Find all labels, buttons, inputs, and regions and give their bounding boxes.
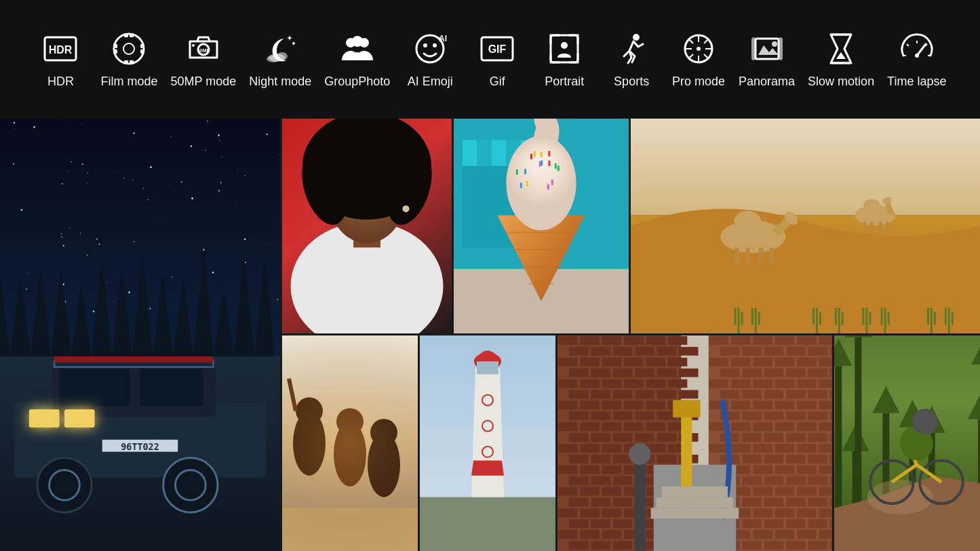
svg-rect-10 [124,60,128,64]
photo-woman [282,119,452,333]
photo-biker [834,335,980,551]
svg-text:50MP: 50MP [197,48,210,53]
slow-motion-icon [822,30,860,68]
time-lapse-icon [898,30,936,68]
svg-point-2 [114,34,144,64]
nav-item-time-lapse[interactable]: Time lapse [887,30,946,89]
gif-icon: GIF [478,30,516,68]
nav-item-panorama[interactable]: Panorama [739,30,795,89]
svg-rect-5 [113,49,117,54]
svg-text:GIF: GIF [488,43,507,55]
nav-item-slow-motion[interactable]: Slow motion [808,30,874,89]
nav-item-hdr[interactable]: HDR HDR [33,30,87,89]
nav-label-sports: Sports [614,75,649,89]
svg-line-39 [704,39,709,43]
sports-icon [612,30,650,68]
svg-rect-9 [130,33,134,37]
svg-point-22 [423,43,427,47]
nav-label-pro-mode: Pro mode [672,75,725,89]
portrait-icon [545,30,583,68]
svg-point-45 [915,54,919,58]
ai-emoji-icon: AI + [411,30,449,68]
photo-icecream [454,119,629,333]
photo-camels [631,119,980,333]
nav-item-sports[interactable]: Sports [604,30,659,89]
nav-label-film-mode: Film mode [100,75,157,89]
nav-item-pro-mode[interactable]: Pro mode [671,30,726,89]
nav-label-slow-motion: Slow motion [808,75,874,89]
camera-modes-nav: HDR HDR Film mode [0,0,980,119]
nav-item-50mp[interactable]: 50MP 50MP mode [170,30,236,89]
nav-label-time-lapse: Time lapse [887,75,946,89]
panorama-icon [748,30,786,68]
svg-text:+: + [438,35,442,41]
photo-grid [0,119,980,551]
hdr-icon: HDR [41,30,79,68]
svg-point-20 [352,36,363,47]
svg-point-23 [433,43,437,47]
nav-label-panorama: Panorama [739,75,795,89]
nav-item-film-mode[interactable]: Film mode [100,30,157,89]
svg-line-37 [688,39,693,43]
svg-line-40 [688,54,693,59]
nav-item-gif[interactable]: GIF Gif [470,30,524,89]
camera-50mp-icon: 50MP [184,30,222,68]
photo-jeep [0,119,280,551]
svg-point-32 [697,47,701,51]
nav-label-50mp: 50MP mode [170,75,236,89]
film-icon [110,30,148,68]
nav-label-portrait: Portrait [545,75,584,89]
svg-point-30 [633,34,640,41]
svg-point-13 [192,44,195,47]
svg-line-49 [907,44,909,46]
svg-point-42 [772,41,777,47]
photo-lighthouse [420,335,555,551]
night-icon [261,30,299,68]
nav-label-hdr: HDR [47,75,74,89]
photo-friends [282,335,418,551]
svg-rect-6 [140,44,144,48]
nav-label-night-mode: Night mode [249,75,311,89]
nav-label-gif: Gif [490,75,505,89]
svg-point-17 [267,56,280,62]
photo-street [557,335,832,551]
svg-line-38 [704,54,709,59]
svg-rect-11 [130,60,134,64]
nav-label-ai-emoji: AI Emoji [408,75,453,89]
svg-point-29 [561,42,568,49]
photo-row2 [282,335,980,551]
nav-label-group-photo: GroupPhoto [324,75,390,89]
svg-rect-7 [140,49,144,54]
nav-item-portrait[interactable]: Portrait [537,30,591,89]
nav-item-ai-emoji[interactable]: AI + AI Emoji [403,30,457,89]
pro-mode-icon [680,30,718,68]
nav-item-night-mode[interactable]: Night mode [249,30,311,89]
svg-point-3 [123,43,134,54]
nav-item-group-photo[interactable]: GroupPhoto [324,30,390,89]
svg-rect-4 [113,44,117,48]
svg-text:HDR: HDR [49,44,73,56]
svg-rect-8 [124,33,128,37]
group-photo-icon [338,30,376,68]
